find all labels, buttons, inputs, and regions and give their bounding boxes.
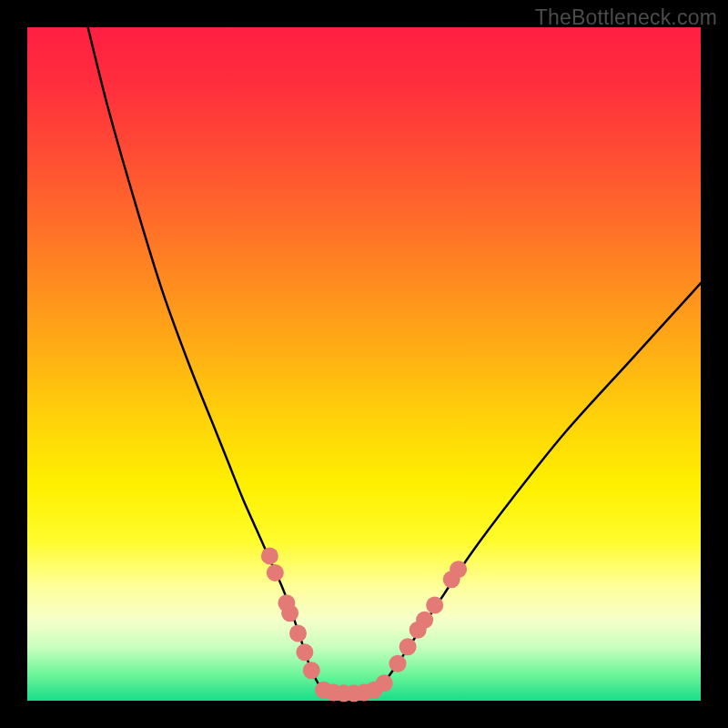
- highlight-marker: [289, 625, 307, 642]
- watermark-label: TheBottleneck.com: [535, 5, 717, 30]
- highlight-marker: [416, 612, 433, 629]
- highlight-marker: [389, 655, 407, 672]
- highlight-marker: [399, 638, 417, 655]
- highlight-marker: [426, 596, 443, 613]
- mismatch-curve: [88, 27, 701, 694]
- highlight-marker: [450, 561, 467, 578]
- highlight-marker: [261, 547, 278, 564]
- highlight-marker: [296, 643, 313, 661]
- highlight-marker: [303, 662, 320, 679]
- highlight-marker: [281, 604, 298, 622]
- chart-frame: TheBottleneck.com: [0, 0, 728, 728]
- mismatch-curve-path: [88, 27, 701, 694]
- highlight-marker: [267, 564, 284, 581]
- chart-svg: [27, 27, 701, 701]
- highlight-marker: [376, 674, 393, 692]
- highlight-markers: [261, 547, 467, 702]
